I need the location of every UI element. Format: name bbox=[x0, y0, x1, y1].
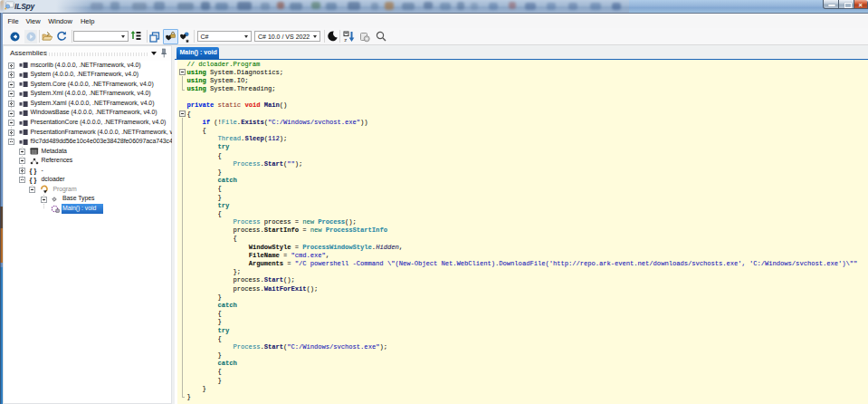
svg-text:z: z bbox=[344, 37, 347, 43]
